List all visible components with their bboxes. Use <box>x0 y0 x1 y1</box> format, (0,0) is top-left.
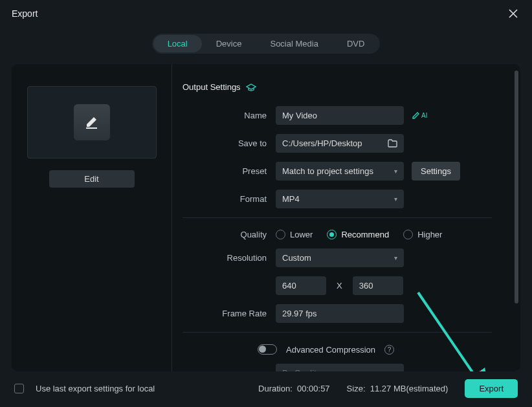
quality-higher-label: Higher <box>417 230 442 239</box>
output-settings-header: Output Settings <box>183 82 492 92</box>
quality-recommend-label: Recommend <box>341 230 389 239</box>
preview-column: Edit <box>12 64 172 371</box>
titlebar: Export <box>0 0 532 25</box>
framerate-value: 29.97 fps <box>282 309 317 318</box>
preset-select[interactable]: Match to project settings ▾ <box>276 162 404 181</box>
chevron-down-icon: ▾ <box>394 195 397 203</box>
use-last-settings-label: Use last export settings for local <box>36 384 155 393</box>
divider <box>183 217 492 218</box>
format-label: Format <box>183 194 276 204</box>
saveto-value: C:/Users/HP/Desktop <box>282 138 362 148</box>
duration-label: Duration: <box>258 384 293 393</box>
preview-thumbnail <box>74 104 110 140</box>
chevron-down-icon: ▾ <box>394 254 397 261</box>
tab-device[interactable]: Device <box>202 35 256 52</box>
tab-social-media[interactable]: Social Media <box>256 35 332 52</box>
help-icon[interactable]: ? <box>384 345 394 355</box>
preset-label: Preset <box>183 166 276 176</box>
compression-mode-value: By Quality <box>282 368 320 371</box>
quality-lower-radio[interactable]: Lower <box>276 230 313 239</box>
ai-name-button[interactable]: AI <box>412 111 427 120</box>
quality-higher-radio[interactable]: Higher <box>403 230 442 239</box>
saveto-label: Save to <box>183 138 276 148</box>
advanced-compression-toggle[interactable] <box>258 344 277 355</box>
close-icon <box>509 9 518 18</box>
tab-bar: Local Device Social Media DVD <box>0 34 532 54</box>
duration-stat: Duration: 00:00:57 <box>258 384 330 393</box>
name-label: Name <box>183 111 276 120</box>
size-label: Size: <box>347 384 366 393</box>
size-value: 11.27 MB(estimated) <box>370 384 449 393</box>
name-input[interactable] <box>276 106 404 125</box>
export-button[interactable]: Export <box>465 379 518 398</box>
framerate-label: Frame Rate <box>183 309 276 318</box>
advanced-compression-label: Advanced Compression <box>286 345 375 355</box>
preset-settings-button[interactable]: Settings <box>412 162 460 181</box>
resolution-select[interactable]: Custom ▾ <box>276 248 404 267</box>
toggle-knob <box>259 346 266 353</box>
resolution-label: Resolution <box>183 253 276 263</box>
output-settings-title: Output Settings <box>183 82 241 92</box>
use-last-settings-checkbox[interactable] <box>14 384 24 393</box>
resolution-value: Custom <box>282 253 311 263</box>
folder-icon[interactable] <box>388 139 397 148</box>
radio-icon <box>327 230 337 239</box>
ai-label: AI <box>421 112 427 119</box>
pencil-icon <box>83 114 100 131</box>
size-stat: Size: 11.27 MB(estimated) <box>347 384 449 393</box>
radio-icon <box>276 230 285 239</box>
duration-value: 00:00:57 <box>297 384 330 393</box>
window-title: Export <box>12 8 38 19</box>
tab-local[interactable]: Local <box>153 35 202 52</box>
svg-rect-0 <box>86 127 97 129</box>
footer: Use last export settings for local Durat… <box>0 379 532 407</box>
quality-radio-group: Lower Recommend Higher <box>276 230 442 239</box>
framerate-select[interactable]: 29.97 fps <box>276 304 404 323</box>
divider <box>183 332 492 333</box>
quality-recommend-radio[interactable]: Recommend <box>327 230 389 239</box>
edit-button[interactable]: Edit <box>49 170 135 188</box>
compression-mode-select: By Quality ▾ <box>276 364 404 371</box>
pencil-ai-icon <box>412 111 420 120</box>
video-preview <box>27 86 157 159</box>
chevron-down-icon: ▾ <box>394 168 397 175</box>
settings-column: Output Settings Name AI Save to C:/Us <box>172 64 520 371</box>
close-button[interactable] <box>506 8 520 19</box>
quality-lower-label: Lower <box>290 230 313 239</box>
main-panel: Edit Output Settings Name AI Save to <box>12 64 520 371</box>
radio-icon <box>403 230 413 239</box>
format-select[interactable]: MP4 ▾ <box>276 190 404 208</box>
saveto-input[interactable]: C:/Users/HP/Desktop <box>276 134 404 153</box>
tab-dvd[interactable]: DVD <box>333 35 379 52</box>
width-input[interactable] <box>276 276 326 295</box>
x-separator: X <box>334 281 345 291</box>
height-input[interactable] <box>353 276 403 295</box>
scrollbar[interactable] <box>515 71 518 303</box>
graduation-icon <box>246 83 256 91</box>
chevron-down-icon: ▾ <box>394 369 397 371</box>
preset-value: Match to project settings <box>282 166 373 176</box>
quality-label: Quality <box>183 230 276 239</box>
format-value: MP4 <box>282 194 300 204</box>
